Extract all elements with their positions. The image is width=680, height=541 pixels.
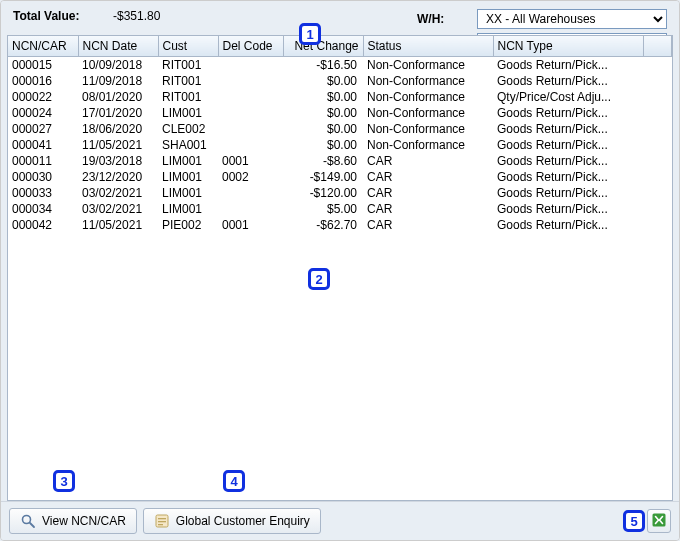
table-row[interactable]: 00002417/01/2020LIM001$0.00Non-Conforman…: [8, 105, 672, 121]
cell-ncn: 000041: [8, 137, 78, 153]
cell-status: Non-Conformance: [363, 137, 493, 153]
cell-del: 0001: [218, 153, 283, 169]
col-header-cust[interactable]: Cust: [158, 36, 218, 57]
cell-net: -$149.00: [283, 169, 363, 185]
cell-date: 11/05/2021: [78, 217, 158, 233]
cell-type: Qty/Price/Cost Adju...: [493, 89, 643, 105]
cell-cust: PIE002: [158, 217, 218, 233]
cell-cust: LIM001: [158, 153, 218, 169]
table-row[interactable]: 00003303/02/2021LIM001-$120.00CARGoods R…: [8, 185, 672, 201]
table-row[interactable]: 00001611/09/2018RIT001$0.00Non-Conforman…: [8, 73, 672, 89]
cell-type: Goods Return/Pick...: [493, 153, 643, 169]
cell-net: -$8.60: [283, 153, 363, 169]
cell-type: Goods Return/Pick...: [493, 201, 643, 217]
cell-net: $0.00: [283, 137, 363, 153]
cell-type: Goods Return/Pick...: [493, 57, 643, 74]
cell-ncn: 000034: [8, 201, 78, 217]
cell-status: Non-Conformance: [363, 105, 493, 121]
cell-cust: LIM001: [158, 105, 218, 121]
cell-date: 11/09/2018: [78, 73, 158, 89]
col-header-ncn[interactable]: NCN/CAR: [8, 36, 78, 57]
cell-del: [218, 105, 283, 121]
table-row[interactable]: 00002718/06/2020CLE002$0.00Non-Conforman…: [8, 121, 672, 137]
cell-date: 11/05/2021: [78, 137, 158, 153]
cell-status: CAR: [363, 169, 493, 185]
cell-ncn: 000016: [8, 73, 78, 89]
ncn-grid[interactable]: NCN/CAR NCN Date Cust Del Code Net Chang…: [8, 36, 672, 233]
cell-cust: RIT001: [158, 73, 218, 89]
col-header-date[interactable]: NCN Date: [78, 36, 158, 57]
table-row[interactable]: 00001510/09/2018RIT001-$16.50Non-Conform…: [8, 57, 672, 74]
cell-del: 0002: [218, 169, 283, 185]
cell-pad: [643, 57, 672, 74]
grid-empty-area: 2: [8, 233, 672, 500]
col-header-net[interactable]: Net Change: [283, 36, 363, 57]
cell-status: CAR: [363, 201, 493, 217]
cell-status: CAR: [363, 185, 493, 201]
customer-icon: [154, 513, 170, 529]
svg-rect-5: [158, 524, 163, 525]
cell-cust: RIT001: [158, 57, 218, 74]
global-customer-enquiry-button[interactable]: Global Customer Enquiry: [143, 508, 321, 534]
cell-net: $0.00: [283, 89, 363, 105]
annotation-5: 5: [623, 510, 645, 532]
cell-pad: [643, 105, 672, 121]
view-ncn-car-button[interactable]: View NCN/CAR: [9, 508, 137, 534]
cell-status: Non-Conformance: [363, 121, 493, 137]
cell-type: Goods Return/Pick...: [493, 217, 643, 233]
cell-pad: [643, 121, 672, 137]
cell-date: 18/06/2020: [78, 121, 158, 137]
cell-date: 10/09/2018: [78, 57, 158, 74]
svg-rect-4: [158, 521, 166, 522]
cell-type: Goods Return/Pick...: [493, 121, 643, 137]
wh-filter-select[interactable]: XX - All Warehouses: [477, 9, 667, 29]
svg-line-1: [30, 523, 34, 527]
table-row[interactable]: 00003023/12/2020LIM0010002-$149.00CARGoo…: [8, 169, 672, 185]
table-row[interactable]: 00002208/01/2020RIT001$0.00Non-Conforman…: [8, 89, 672, 105]
total-value-label: Total Value:: [13, 9, 93, 23]
cell-date: 03/02/2021: [78, 185, 158, 201]
cell-ncn: 000030: [8, 169, 78, 185]
cell-cust: SHA001: [158, 137, 218, 153]
svg-rect-3: [158, 518, 166, 519]
cell-del: [218, 121, 283, 137]
cell-status: Non-Conformance: [363, 89, 493, 105]
col-header-type[interactable]: NCN Type: [493, 36, 643, 57]
col-header-del[interactable]: Del Code: [218, 36, 283, 57]
cell-date: 17/01/2020: [78, 105, 158, 121]
cell-status: CAR: [363, 217, 493, 233]
svg-point-0: [23, 516, 31, 524]
cell-cust: RIT001: [158, 89, 218, 105]
cell-type: Goods Return/Pick...: [493, 185, 643, 201]
cell-net: $0.00: [283, 73, 363, 89]
cell-type: Goods Return/Pick...: [493, 137, 643, 153]
view-ncn-car-label: View NCN/CAR: [42, 514, 126, 528]
cell-pad: [643, 73, 672, 89]
cell-ncn: 000015: [8, 57, 78, 74]
cell-status: Non-Conformance: [363, 57, 493, 74]
table-row[interactable]: 00004211/05/2021PIE0020001-$62.70CARGood…: [8, 217, 672, 233]
cell-del: [218, 201, 283, 217]
col-header-pad: [643, 36, 672, 57]
total-value-amount: -$351.80: [93, 9, 193, 23]
grid-header-row[interactable]: NCN/CAR NCN Date Cust Del Code Net Chang…: [8, 36, 672, 57]
cell-pad: [643, 185, 672, 201]
annotation-2: 2: [308, 268, 330, 290]
excel-icon: [651, 512, 667, 531]
cell-net: -$16.50: [283, 57, 363, 74]
table-row[interactable]: 00003403/02/2021LIM001$5.00CARGoods Retu…: [8, 201, 672, 217]
cell-status: CAR: [363, 153, 493, 169]
cell-cust: LIM001: [158, 185, 218, 201]
magnifier-icon: [20, 513, 36, 529]
cell-status: Non-Conformance: [363, 73, 493, 89]
cell-net: -$62.70: [283, 217, 363, 233]
table-row[interactable]: 00004111/05/2021SHA001$0.00Non-Conforman…: [8, 137, 672, 153]
cell-pad: [643, 153, 672, 169]
col-header-stat[interactable]: Status: [363, 36, 493, 57]
cell-type: Goods Return/Pick...: [493, 73, 643, 89]
table-row[interactable]: 00001119/03/2018LIM0010001-$8.60CARGoods…: [8, 153, 672, 169]
cell-type: Goods Return/Pick...: [493, 105, 643, 121]
cell-date: 03/02/2021: [78, 201, 158, 217]
cell-del: [218, 89, 283, 105]
export-excel-button[interactable]: [647, 509, 671, 533]
